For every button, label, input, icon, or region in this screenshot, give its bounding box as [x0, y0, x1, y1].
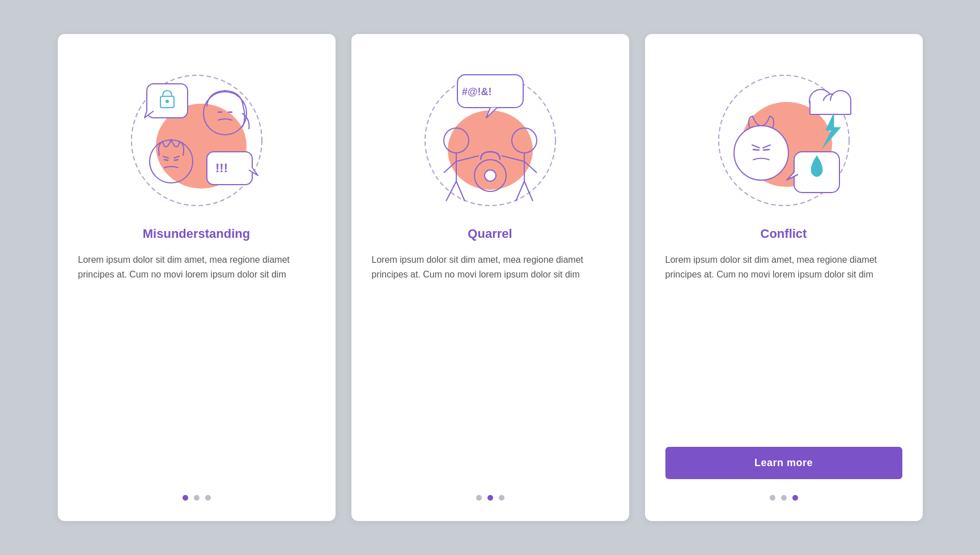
svg-line-29	[516, 181, 524, 201]
svg-text:!!!: !!!	[215, 161, 228, 175]
svg-rect-38	[810, 101, 851, 114]
dot-3	[205, 495, 211, 501]
svg-line-30	[524, 181, 533, 201]
dot-3	[499, 495, 504, 501]
dot-2	[781, 495, 787, 501]
quarrel-illustration: #@!&!	[405, 57, 575, 227]
dot-2	[194, 495, 200, 501]
card-quarrel-text: Lorem ipsum dolor sit dim amet, mea regi…	[372, 253, 609, 479]
svg-line-43	[753, 150, 759, 150]
card-conflict-title: Conflict	[761, 227, 807, 241]
svg-line-23	[446, 181, 456, 201]
svg-line-7	[175, 160, 178, 160]
misunderstanding-dots	[183, 495, 211, 501]
svg-point-42	[734, 126, 788, 180]
card-misunderstanding-title: Misunderstanding	[143, 227, 250, 241]
card-conflict-text: Lorem ipsum dolor sit dim amet, mea regi…	[665, 253, 902, 438]
dot-2	[487, 495, 493, 501]
conflict-illustration	[699, 57, 869, 227]
card-misunderstanding: !!! Misunderstanding Lorem ipsum dolor s…	[58, 34, 336, 521]
svg-point-32	[485, 170, 496, 181]
misunderstanding-illustration: !!!	[112, 57, 282, 227]
card-misunderstanding-text: Lorem ipsum dolor sit dim amet, mea regi…	[78, 253, 315, 479]
svg-text:#@!&!: #@!&!	[462, 86, 492, 97]
quarrel-dots	[476, 495, 504, 501]
dot-1	[770, 495, 775, 501]
svg-rect-13	[207, 152, 252, 185]
svg-line-6	[164, 160, 168, 160]
dot-3	[792, 495, 798, 501]
dot-1	[183, 495, 188, 501]
dot-1	[476, 495, 482, 501]
card-conflict: Conflict Lorem ipsum dolor sit dim amet,…	[645, 34, 923, 521]
card-quarrel-title: Quarrel	[468, 227, 512, 241]
svg-point-12	[166, 100, 169, 103]
learn-more-button[interactable]: Learn more	[665, 447, 902, 479]
cards-container: !!! Misunderstanding Lorem ipsum dolor s…	[35, 11, 945, 544]
conflict-dots	[770, 495, 798, 501]
svg-line-44	[763, 150, 769, 150]
card-quarrel: #@!&!	[351, 34, 629, 521]
